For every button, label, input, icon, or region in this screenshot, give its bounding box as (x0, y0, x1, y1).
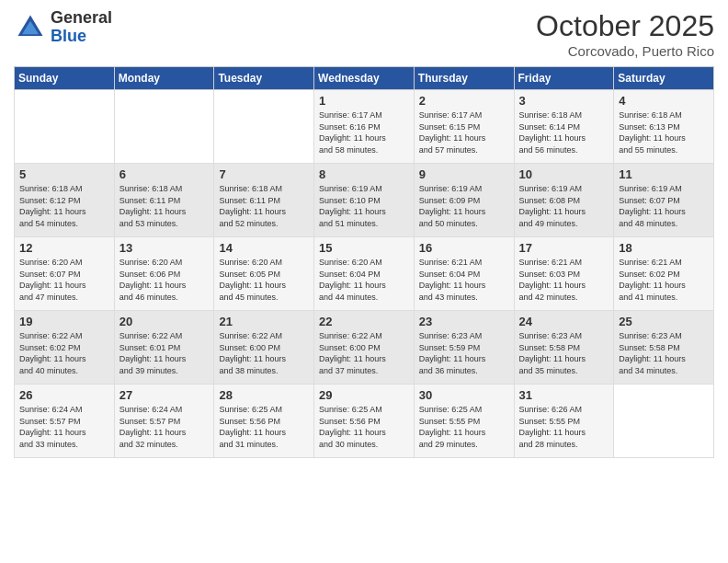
day-number: 9 (419, 167, 509, 181)
logo: General Blue (14, 9, 112, 46)
day-info: Sunrise: 6:20 AM Sunset: 6:07 PM Dayligh… (19, 257, 109, 303)
subtitle: Corcovado, Puerto Rico (536, 43, 714, 59)
day-info: Sunrise: 6:25 AM Sunset: 5:56 PM Dayligh… (219, 404, 309, 450)
calendar-cell: 26Sunrise: 6:24 AM Sunset: 5:57 PM Dayli… (15, 385, 115, 458)
day-info: Sunrise: 6:24 AM Sunset: 5:57 PM Dayligh… (19, 404, 109, 450)
day-number: 18 (619, 241, 709, 255)
col-tuesday: Tuesday (214, 67, 314, 90)
header: General Blue October 2025 Corcovado, Pue… (14, 9, 714, 59)
day-number: 6 (119, 167, 210, 181)
calendar-cell: 19Sunrise: 6:22 AM Sunset: 6:02 PM Dayli… (15, 311, 115, 385)
calendar-cell: 30Sunrise: 6:25 AM Sunset: 5:55 PM Dayli… (414, 385, 514, 458)
day-info: Sunrise: 6:25 AM Sunset: 5:55 PM Dayligh… (419, 404, 509, 450)
calendar-cell: 29Sunrise: 6:25 AM Sunset: 5:56 PM Dayli… (314, 385, 415, 458)
calendar-table: Sunday Monday Tuesday Wednesday Thursday… (14, 66, 714, 458)
day-info: Sunrise: 6:17 AM Sunset: 6:16 PM Dayligh… (319, 109, 409, 155)
day-info: Sunrise: 6:22 AM Sunset: 6:02 PM Dayligh… (19, 330, 109, 376)
day-info: Sunrise: 6:18 AM Sunset: 6:13 PM Dayligh… (619, 109, 709, 155)
calendar-cell: 1Sunrise: 6:17 AM Sunset: 6:16 PM Daylig… (314, 90, 415, 164)
logo-general: General (51, 8, 112, 27)
calendar-cell: 5Sunrise: 6:18 AM Sunset: 6:12 PM Daylig… (15, 164, 115, 237)
day-info: Sunrise: 6:18 AM Sunset: 6:14 PM Dayligh… (519, 109, 609, 155)
calendar-cell (114, 90, 214, 164)
logo-text: General Blue (51, 9, 112, 46)
day-number: 25 (619, 315, 709, 328)
logo-blue: Blue (51, 27, 86, 45)
day-info: Sunrise: 6:17 AM Sunset: 6:15 PM Dayligh… (419, 109, 509, 155)
col-saturday: Saturday (614, 67, 714, 90)
day-number: 19 (19, 315, 109, 328)
calendar-cell: 27Sunrise: 6:24 AM Sunset: 5:57 PM Dayli… (114, 385, 214, 458)
day-number: 1 (319, 94, 409, 108)
calendar-cell: 18Sunrise: 6:21 AM Sunset: 6:02 PM Dayli… (614, 237, 714, 311)
day-info: Sunrise: 6:19 AM Sunset: 6:08 PM Dayligh… (519, 183, 609, 229)
header-row: Sunday Monday Tuesday Wednesday Thursday… (15, 67, 714, 90)
day-number: 8 (319, 167, 409, 181)
calendar-cell: 13Sunrise: 6:20 AM Sunset: 6:06 PM Dayli… (114, 237, 214, 311)
calendar-cell: 12Sunrise: 6:20 AM Sunset: 6:07 PM Dayli… (15, 237, 115, 311)
calendar-cell (15, 90, 115, 164)
day-number: 3 (519, 94, 609, 108)
day-number: 12 (19, 241, 109, 255)
day-info: Sunrise: 6:23 AM Sunset: 5:58 PM Dayligh… (619, 330, 709, 376)
calendar-cell: 6Sunrise: 6:18 AM Sunset: 6:11 PM Daylig… (114, 164, 214, 237)
day-info: Sunrise: 6:18 AM Sunset: 6:11 PM Dayligh… (119, 183, 210, 229)
calendar-cell (614, 385, 714, 458)
calendar-cell: 25Sunrise: 6:23 AM Sunset: 5:58 PM Dayli… (614, 311, 714, 385)
day-info: Sunrise: 6:18 AM Sunset: 6:12 PM Dayligh… (19, 183, 109, 229)
calendar-cell: 8Sunrise: 6:19 AM Sunset: 6:10 PM Daylig… (314, 164, 415, 237)
day-info: Sunrise: 6:22 AM Sunset: 6:00 PM Dayligh… (319, 330, 409, 376)
calendar-week-0: 1Sunrise: 6:17 AM Sunset: 6:16 PM Daylig… (15, 90, 714, 164)
day-number: 13 (119, 241, 210, 255)
day-number: 22 (319, 315, 409, 328)
day-info: Sunrise: 6:21 AM Sunset: 6:03 PM Dayligh… (519, 257, 609, 303)
day-info: Sunrise: 6:23 AM Sunset: 5:59 PM Dayligh… (419, 330, 509, 376)
calendar-cell: 9Sunrise: 6:19 AM Sunset: 6:09 PM Daylig… (414, 164, 514, 237)
day-info: Sunrise: 6:22 AM Sunset: 6:00 PM Dayligh… (219, 330, 309, 376)
day-info: Sunrise: 6:23 AM Sunset: 5:58 PM Dayligh… (519, 330, 609, 376)
calendar-cell: 11Sunrise: 6:19 AM Sunset: 6:07 PM Dayli… (614, 164, 714, 237)
day-info: Sunrise: 6:19 AM Sunset: 6:10 PM Dayligh… (319, 183, 409, 229)
calendar-week-4: 26Sunrise: 6:24 AM Sunset: 5:57 PM Dayli… (15, 385, 714, 458)
day-number: 21 (219, 315, 309, 328)
calendar-cell: 31Sunrise: 6:26 AM Sunset: 5:55 PM Dayli… (514, 385, 614, 458)
calendar-cell (214, 90, 314, 164)
day-info: Sunrise: 6:21 AM Sunset: 6:04 PM Dayligh… (419, 257, 509, 303)
day-number: 4 (619, 94, 709, 108)
day-number: 20 (119, 315, 210, 328)
day-number: 24 (519, 315, 609, 328)
calendar-cell: 10Sunrise: 6:19 AM Sunset: 6:08 PM Dayli… (514, 164, 614, 237)
day-number: 28 (219, 388, 309, 402)
calendar-cell: 2Sunrise: 6:17 AM Sunset: 6:15 PM Daylig… (414, 90, 514, 164)
day-number: 2 (419, 94, 509, 108)
day-number: 27 (119, 388, 210, 402)
day-number: 16 (419, 241, 509, 255)
day-info: Sunrise: 6:22 AM Sunset: 6:01 PM Dayligh… (119, 330, 210, 376)
calendar-cell: 24Sunrise: 6:23 AM Sunset: 5:58 PM Dayli… (514, 311, 614, 385)
day-number: 15 (319, 241, 409, 255)
calendar-week-2: 12Sunrise: 6:20 AM Sunset: 6:07 PM Dayli… (15, 237, 714, 311)
day-info: Sunrise: 6:24 AM Sunset: 5:57 PM Dayligh… (119, 404, 210, 450)
day-info: Sunrise: 6:20 AM Sunset: 6:04 PM Dayligh… (319, 257, 409, 303)
day-info: Sunrise: 6:21 AM Sunset: 6:02 PM Dayligh… (619, 257, 709, 303)
logo-icon (14, 11, 47, 44)
calendar-cell: 23Sunrise: 6:23 AM Sunset: 5:59 PM Dayli… (414, 311, 514, 385)
day-info: Sunrise: 6:18 AM Sunset: 6:11 PM Dayligh… (219, 183, 309, 229)
month-title: October 2025 (536, 9, 714, 43)
day-number: 26 (19, 388, 109, 402)
calendar-cell: 7Sunrise: 6:18 AM Sunset: 6:11 PM Daylig… (214, 164, 314, 237)
col-monday: Monday (114, 67, 214, 90)
day-number: 17 (519, 241, 609, 255)
day-number: 30 (419, 388, 509, 402)
day-number: 10 (519, 167, 609, 181)
calendar-cell: 22Sunrise: 6:22 AM Sunset: 6:00 PM Dayli… (314, 311, 415, 385)
day-info: Sunrise: 6:26 AM Sunset: 5:55 PM Dayligh… (519, 404, 609, 450)
calendar-cell: 28Sunrise: 6:25 AM Sunset: 5:56 PM Dayli… (214, 385, 314, 458)
calendar-cell: 21Sunrise: 6:22 AM Sunset: 6:00 PM Dayli… (214, 311, 314, 385)
day-number: 14 (219, 241, 309, 255)
day-number: 31 (519, 388, 609, 402)
calendar-cell: 17Sunrise: 6:21 AM Sunset: 6:03 PM Dayli… (514, 237, 614, 311)
day-info: Sunrise: 6:25 AM Sunset: 5:56 PM Dayligh… (319, 404, 409, 450)
calendar-cell: 16Sunrise: 6:21 AM Sunset: 6:04 PM Dayli… (414, 237, 514, 311)
calendar-cell: 14Sunrise: 6:20 AM Sunset: 6:05 PM Dayli… (214, 237, 314, 311)
